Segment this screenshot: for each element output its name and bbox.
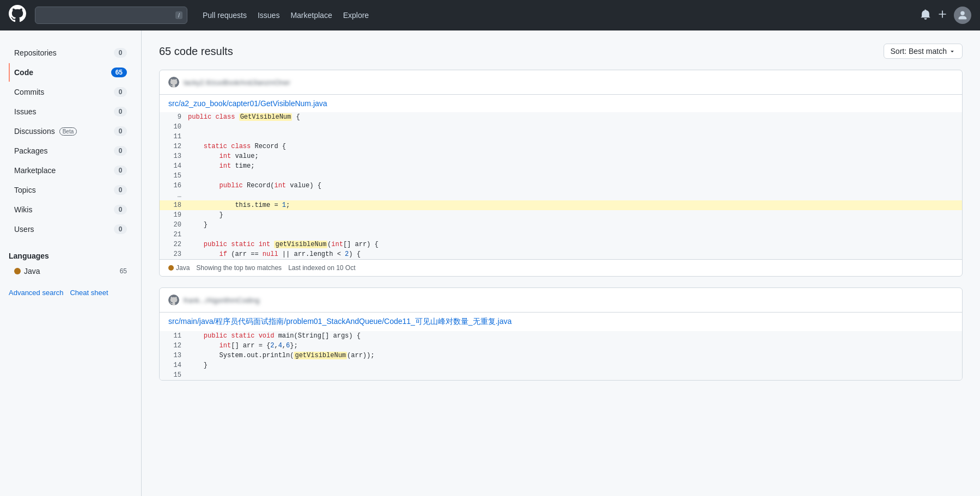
results-header: 65 code results Sort: Best match: [159, 44, 963, 59]
results-title: 65 code results: [159, 45, 233, 58]
sidebar: Repositories 0 Code 65 Commits 0 Issues …: [0, 30, 142, 496]
header-actions: [920, 7, 971, 24]
code-line: 21: [160, 230, 962, 240]
code-line: 15: [160, 171, 962, 181]
sidebar-item-packages[interactable]: Packages 0: [9, 142, 132, 160]
code-line-ellipsis: …: [160, 191, 962, 200]
code-line: 23 if (arr == null || arr.length < 2) {: [160, 249, 962, 259]
main-nav: Pull requests Issues Marketplace Explore: [198, 8, 373, 23]
nav-explore[interactable]: Explore: [339, 8, 373, 23]
result-1-owner: tacky2.6/zuoBookAndJianzmOner: [184, 78, 290, 87]
code-line: 12 int[] arr = {2,4,6};: [160, 341, 962, 351]
code-line: 13 int value;: [160, 151, 962, 161]
sidebar-item-discussions[interactable]: Discussions Beta 0: [9, 122, 132, 140]
code-line: 10: [160, 122, 962, 132]
result-card-1-header: tacky2.6/zuoBookAndJianzmOner: [160, 70, 962, 95]
result-card-2: frank.../AlgorithmCoding src/main/java/程…: [159, 287, 963, 381]
nav-pull-requests[interactable]: Pull requests: [198, 8, 251, 23]
code-line: 14 int time;: [160, 161, 962, 171]
sidebar-item-repositories[interactable]: Repositories 0: [9, 44, 132, 62]
code-line: 9 public class GetVisibleNum {: [160, 112, 962, 122]
search-input[interactable]: getVisibleNum extension:java: [40, 11, 172, 20]
code-line: 13 System.out.println(getVisibleNum(arr)…: [160, 351, 962, 360]
code-line: 14 }: [160, 360, 962, 370]
sidebar-item-issues[interactable]: Issues 0: [9, 102, 132, 121]
result-1-indexed: Last indexed on 10 Oct: [288, 264, 355, 272]
language-item-java[interactable]: Java 65: [9, 265, 132, 278]
search-bar[interactable]: getVisibleNum extension:java /: [35, 7, 187, 24]
advanced-search-link[interactable]: Advanced search: [9, 289, 63, 297]
code-line: 12 static class Record {: [160, 142, 962, 151]
code-line: 11 public static void main(String[] args…: [160, 331, 962, 341]
languages-title: Languages: [9, 252, 132, 260]
result-2-path[interactable]: src/main/java/程序员代码面试指南/problem01_StackA…: [160, 313, 962, 331]
java-lang-dot: [14, 268, 21, 274]
code-line: 22 public static int getVisibleNum(int[]…: [160, 240, 962, 249]
code-line: 18 this.time = 1;: [160, 200, 962, 210]
sort-label: Sort: Best match: [891, 47, 947, 56]
result-card-2-header: frank.../AlgorithmCoding: [160, 288, 962, 313]
cheat-sheet-link[interactable]: Cheat sheet: [70, 289, 108, 297]
result-1-matches: Showing the top two matches: [196, 264, 282, 272]
languages-section: Languages Java 65: [9, 252, 132, 278]
result-2-code: 11 public static void main(String[] args…: [160, 331, 962, 380]
github-logo-icon[interactable]: [9, 5, 26, 26]
search-kbd: /: [175, 11, 182, 19]
result-2-avatar: [168, 295, 179, 305]
beta-badge: Beta: [59, 127, 77, 136]
sidebar-item-users[interactable]: Users 0: [9, 220, 132, 238]
notifications-icon[interactable]: [920, 9, 931, 22]
nav-issues[interactable]: Issues: [253, 8, 284, 23]
result-1-footer: Java Showing the top two matches Last in…: [160, 259, 962, 276]
add-icon[interactable]: [938, 9, 947, 22]
result-1-code: 9 public class GetVisibleNum { 10 11 12 …: [160, 112, 962, 259]
nav-marketplace[interactable]: Marketplace: [286, 8, 336, 23]
code-line: 15: [160, 370, 962, 380]
sidebar-item-topics[interactable]: Topics 0: [9, 181, 132, 199]
result-1-lang: Java: [168, 264, 190, 272]
sidebar-item-code[interactable]: Code 65: [9, 63, 132, 82]
code-line: 16 public Record(int value) {: [160, 181, 962, 191]
code-line: 11: [160, 132, 962, 142]
code-line: 19 }: [160, 210, 962, 220]
code-line: 20 }: [160, 220, 962, 230]
sort-button[interactable]: Sort: Best match: [884, 44, 963, 59]
sidebar-footer: Advanced search Cheat sheet: [9, 289, 132, 297]
sidebar-item-marketplace[interactable]: Marketplace 0: [9, 161, 132, 180]
result-1-avatar: [168, 77, 179, 88]
header: getVisibleNum extension:java / Pull requ…: [0, 0, 980, 30]
result-1-path[interactable]: src/a2_zuo_book/capter01/GetVisibleNum.j…: [160, 95, 962, 112]
sidebar-item-wikis[interactable]: Wikis 0: [9, 200, 132, 219]
avatar[interactable]: [954, 7, 971, 24]
result-card-1: tacky2.6/zuoBookAndJianzmOner src/a2_zuo…: [159, 70, 963, 277]
sidebar-item-commits[interactable]: Commits 0: [9, 83, 132, 101]
page-container: Repositories 0 Code 65 Commits 0 Issues …: [0, 30, 980, 496]
main-content: 65 code results Sort: Best match tacky2.…: [142, 30, 980, 496]
sidebar-filter-list: Repositories 0 Code 65 Commits 0 Issues …: [9, 44, 132, 238]
java-dot-icon: [168, 265, 174, 271]
result-2-owner: frank.../AlgorithmCoding: [184, 296, 259, 304]
